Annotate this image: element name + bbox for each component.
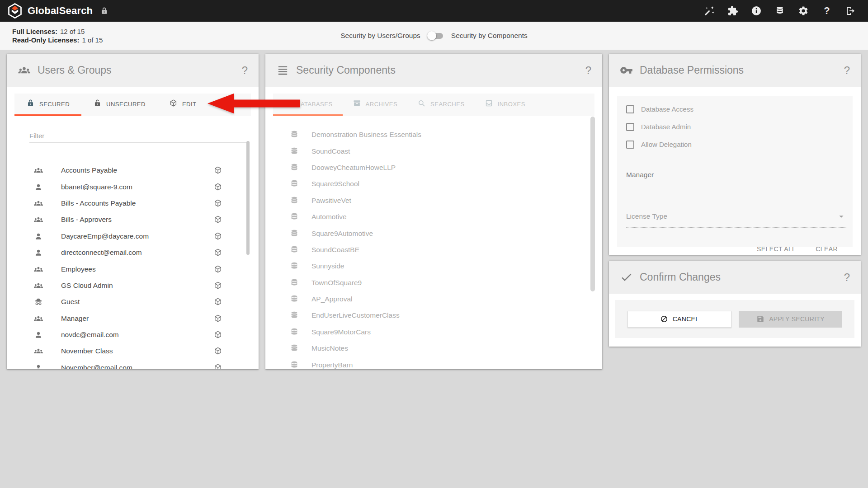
database-row[interactable]: TownOfSquare9	[265, 275, 602, 291]
cube-icon[interactable]	[213, 183, 222, 192]
user-group-row[interactable]: Bills - Accounts Payable	[7, 195, 259, 211]
exit-icon[interactable]	[845, 5, 856, 16]
database-row[interactable]: PropertyBarn	[265, 357, 602, 369]
user-group-row[interactable]: DaycareEmp@daycare.com	[7, 228, 259, 244]
db-icon	[289, 360, 299, 369]
database-row[interactable]: MusicNotes	[265, 340, 602, 357]
cube-icon[interactable]	[213, 199, 222, 208]
security-mode-toggle[interactable]	[427, 31, 444, 41]
checkbox[interactable]	[626, 141, 634, 149]
db-icon	[289, 310, 299, 320]
cube-icon[interactable]	[213, 215, 222, 224]
cancel-button[interactable]: CANCEL	[627, 311, 731, 328]
cube-icon[interactable]	[213, 166, 222, 175]
apply-security-button[interactable]: APPLY SECURITY	[739, 311, 842, 328]
unlock-icon	[93, 99, 102, 109]
databases-list: Demonstration Business Essentials SoundC…	[265, 127, 602, 369]
components-list-scrollbar[interactable]	[590, 117, 595, 291]
filter-input[interactable]	[29, 131, 246, 143]
cube-icon[interactable]	[213, 297, 222, 306]
wand-icon[interactable]	[704, 5, 715, 16]
user-group-row[interactable]: November Class	[7, 343, 259, 359]
cube-icon[interactable]	[213, 347, 222, 356]
database-row[interactable]: Square9School	[265, 176, 602, 192]
user-group-row[interactable]: Manager	[7, 310, 259, 327]
select-all-button[interactable]: SELECT ALL	[757, 245, 796, 253]
groups-icon	[33, 165, 43, 175]
security-by-components-label: Security by Components	[451, 32, 528, 40]
database-label: Square9Automotive	[311, 230, 373, 238]
user-group-row[interactable]: bbanet@square-9.com	[7, 178, 259, 195]
users-list-scrollbar[interactable]	[246, 141, 250, 255]
security-components-tab[interactable]: SEARCHES	[407, 94, 475, 116]
database-row[interactable]: DooweyCheatumHoweLLP	[265, 160, 602, 176]
database-row[interactable]: Automotive	[265, 209, 602, 225]
cube-icon[interactable]	[213, 232, 222, 241]
db-icon	[289, 261, 299, 271]
users-groups-tab[interactable]: SECURED	[14, 94, 81, 116]
database-row[interactable]: Square9Automotive	[265, 225, 602, 241]
license-type-select[interactable]: License Type	[626, 211, 846, 228]
users-groups-tab[interactable]: UNSECURED	[81, 94, 157, 116]
db-icon	[289, 294, 299, 304]
reorder-icon	[276, 64, 289, 77]
puzzle-icon[interactable]	[727, 5, 738, 16]
manager-field[interactable]: Manager	[626, 171, 846, 185]
cube-icon[interactable]	[213, 363, 222, 369]
users-groups-header: Users & Groups ?	[7, 54, 259, 87]
groups-icon	[33, 264, 43, 274]
confirm-changes-title: Confirm Changes	[640, 271, 721, 283]
user-group-row[interactable]: Employees	[7, 261, 259, 277]
database-row[interactable]: SoundCoastBE	[265, 242, 602, 258]
users-groups-tab[interactable]: EDIT	[157, 94, 208, 116]
cube-icon[interactable]	[213, 330, 222, 339]
database-label: DooweyCheatumHoweLLP	[311, 164, 396, 172]
database-row[interactable]: SoundCoast	[265, 143, 602, 159]
groups-icon	[33, 281, 43, 291]
confirm-changes-help-button[interactable]: ?	[844, 271, 850, 284]
security-components-tab[interactable]: INBOXES	[475, 94, 535, 116]
tab-label: UNSECURED	[106, 101, 146, 108]
checkbox[interactable]	[626, 123, 634, 131]
user-group-row[interactable]: Guest	[7, 294, 259, 310]
app-title: GlobalSearch	[28, 5, 93, 17]
database-icon[interactable]	[774, 5, 785, 16]
user-group-label: directconnect@email.com	[61, 249, 213, 257]
user-group-row[interactable]: Bills - Approvers	[7, 211, 259, 228]
database-row[interactable]: Square9MotorCars	[265, 324, 602, 340]
user-group-label: Employees	[61, 265, 213, 273]
user-group-row[interactable]: GS Cloud Admin	[7, 277, 259, 294]
checkbox[interactable]	[626, 105, 634, 113]
database-row[interactable]: AP_Approval	[265, 291, 602, 307]
db-icon	[289, 130, 299, 140]
database-row[interactable]: Sunnyside	[265, 258, 602, 274]
gear-icon[interactable]	[798, 5, 809, 16]
cube-icon[interactable]	[213, 281, 222, 290]
cube-icon[interactable]	[213, 314, 222, 323]
save-icon	[756, 315, 764, 323]
clear-button[interactable]: CLEAR	[816, 245, 838, 253]
user-group-row[interactable]: Accounts Payable	[7, 162, 259, 178]
manager-field-label: Manager	[626, 171, 654, 179]
security-components-tab[interactable]: ARCHIVES	[343, 94, 407, 116]
user-group-row[interactable]: directconnect@email.com	[7, 244, 259, 261]
user-group-row[interactable]: November@email.com	[7, 360, 259, 369]
database-label: Demonstration Business Essentials	[311, 131, 421, 139]
cube-icon[interactable]	[213, 248, 222, 257]
database-row[interactable]: PawsitiveVet	[265, 192, 602, 209]
database-row[interactable]: Demonstration Business Essentials	[265, 127, 602, 143]
user-group-row[interactable]: novdc@email.com	[7, 327, 259, 343]
database-permissions-help-button[interactable]: ?	[844, 64, 850, 77]
db-icon	[283, 99, 292, 109]
app-bar: GlobalSearch	[0, 0, 868, 22]
info-icon[interactable]	[751, 5, 762, 16]
help-icon[interactable]	[821, 5, 832, 16]
database-row[interactable]: EndUserLiveCustomerClass	[265, 307, 602, 324]
security-components-help-button[interactable]: ?	[585, 64, 591, 77]
cube-icon[interactable]	[213, 265, 222, 274]
license-type-label: License Type	[626, 212, 667, 221]
user-group-label: Accounts Payable	[61, 166, 213, 174]
security-components-tab[interactable]: DATABASES	[273, 94, 343, 116]
users-groups-help-button[interactable]: ?	[242, 64, 248, 77]
user-group-label: bbanet@square-9.com	[61, 183, 213, 191]
